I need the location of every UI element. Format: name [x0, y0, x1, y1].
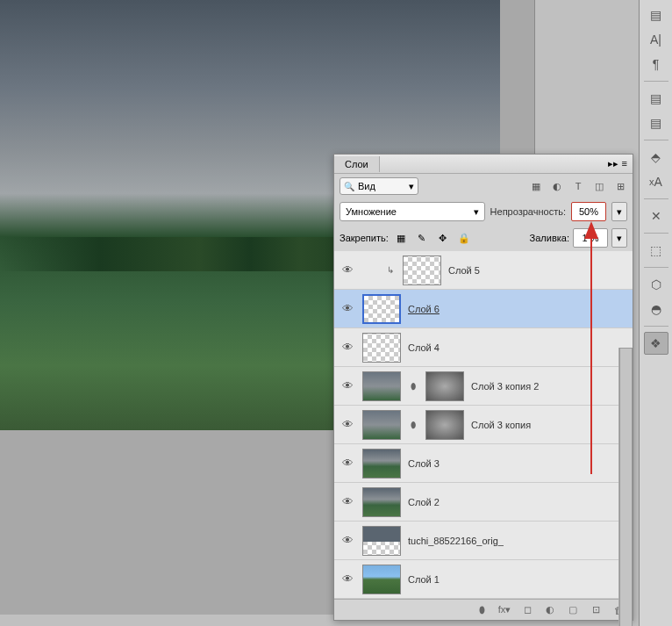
layer-row[interactable]: 👁Слой 4 — [334, 328, 633, 367]
layer-name-label[interactable]: Слой 1 — [408, 574, 440, 585]
right-toolbar: ▤ A| ¶ ▤ ▤ ⬘ xA ✕ ⬚ ⬡ ◓ ❖ — [639, 0, 672, 626]
panel-menu[interactable]: ▸▸ ≡ — [603, 158, 633, 169]
layer-row[interactable]: 👁Слой 3 — [334, 444, 633, 483]
add-mask-icon[interactable]: ◻ — [520, 603, 534, 617]
group-icon[interactable]: ▢ — [566, 603, 580, 617]
layer-thumbnail[interactable] — [362, 487, 401, 517]
filter-icons: ▦ ◐ T ◫ ⊞ — [529, 179, 627, 193]
layer-name-label[interactable]: Слой 6 — [408, 304, 440, 314]
layer-name-label[interactable]: Слой 3 копия — [471, 420, 531, 430]
tool-char-icon[interactable]: A| — [644, 28, 668, 51]
panel-tab-bar: Слои ▸▸ ≡ — [334, 155, 633, 174]
filter-type-select[interactable]: Вид — [340, 177, 418, 195]
visibility-toggle[interactable]: 👁 — [340, 301, 355, 317]
clip-indicator-icon: ↳ — [385, 265, 396, 275]
layers-panel: Слои ▸▸ ≡ Вид ▦ ◐ T ◫ ⊞ Умножение Непроз… — [333, 154, 633, 621]
tool-history-icon[interactable]: ▤ — [644, 4, 668, 26]
layers-scrollbar[interactable] — [618, 348, 633, 626]
lock-label: Закрепить: — [340, 233, 389, 243]
tool-nav-icon[interactable]: ⬚ — [644, 239, 668, 262]
layer-thumbnail[interactable] — [403, 255, 441, 285]
collapse-icon[interactable]: ▸▸ — [608, 158, 618, 169]
layer-row[interactable]: 👁⬮Слой 3 копия 2 — [334, 367, 633, 406]
layer-row[interactable]: 👁↳Слой 5 — [334, 251, 633, 290]
lock-transparency-icon[interactable]: ▦ — [394, 231, 408, 245]
opacity-input[interactable]: 50% — [571, 202, 606, 221]
tab-layers[interactable]: Слои — [334, 156, 380, 172]
visibility-toggle[interactable]: 👁 — [340, 263, 355, 278]
layer-name-label[interactable]: Слой 2 — [408, 497, 440, 507]
opacity-value: 50% — [579, 206, 598, 217]
tool-sphere-icon[interactable]: ◓ — [644, 298, 668, 320]
filter-shape-icon[interactable]: ◫ — [592, 179, 606, 193]
link-layers-icon[interactable]: ⬮ — [475, 603, 489, 617]
filter-smart-icon[interactable]: ⊞ — [613, 179, 627, 193]
mask-link-icon[interactable]: ⬮ — [408, 381, 418, 392]
blend-row: Умножение Непрозрачность: 50% ▾ — [334, 198, 633, 225]
visibility-toggle[interactable]: 👁 — [340, 533, 355, 549]
layer-name-label[interactable]: Слой 3 копия 2 — [471, 381, 539, 392]
layer-name-label[interactable]: Слой 3 — [408, 458, 440, 469]
mask-thumbnail[interactable] — [425, 371, 464, 401]
fill-label: Заливка: — [530, 233, 569, 243]
tool-char2-icon[interactable]: xA — [644, 170, 668, 193]
tool-swatches-icon[interactable]: ▤ — [644, 87, 668, 110]
layers-list: 👁↳Слой 5👁Слой 6👁Слой 4👁⬮Слой 3 копия 2👁⬮… — [334, 251, 633, 599]
lock-move-icon[interactable]: ✥ — [436, 231, 450, 245]
new-layer-icon[interactable]: ⊡ — [589, 603, 603, 617]
fill-group: Заливка: 1 % ▾ — [530, 228, 627, 248]
opacity-label: Непрозрачность: — [490, 206, 566, 217]
fx-icon[interactable]: fx▾ — [497, 603, 511, 617]
layer-row[interactable]: 👁Слой 2 — [334, 483, 633, 522]
layer-row[interactable]: 👁tuchi_88522166_orig_ — [334, 522, 633, 560]
filter-adjust-icon[interactable]: ◐ — [550, 179, 564, 193]
layer-name-label[interactable]: tuchi_88522166_orig_ — [408, 536, 504, 546]
filter-type-label: Вид — [358, 181, 375, 191]
tool-para-icon[interactable]: ¶ — [644, 53, 668, 76]
layer-row[interactable]: 👁Слой 1 — [334, 560, 633, 599]
opacity-dropdown[interactable]: ▾ — [611, 202, 627, 221]
menu-icon[interactable]: ≡ — [622, 158, 627, 169]
lock-all-icon[interactable]: 🔒 — [457, 231, 471, 245]
mask-thumbnail[interactable] — [425, 410, 464, 440]
tool-adjust-icon[interactable]: ⬘ — [644, 146, 668, 169]
layer-thumbnail[interactable] — [362, 333, 401, 363]
layer-row[interactable]: 👁Слой 6 — [334, 290, 633, 328]
layer-thumbnail[interactable] — [362, 526, 401, 556]
adjustment-layer-icon[interactable]: ◐ — [543, 603, 557, 617]
layer-thumbnail[interactable] — [362, 565, 401, 594]
layer-row[interactable]: 👁⬮Слой 3 копия — [334, 406, 633, 444]
tool-styles-icon[interactable]: ▤ — [644, 112, 668, 134]
fill-dropdown[interactable]: ▾ — [611, 228, 627, 248]
fill-input[interactable]: 1 % — [573, 228, 608, 248]
layer-thumbnail[interactable] — [362, 294, 401, 324]
mask-link-icon[interactable]: ⬮ — [408, 420, 418, 430]
lock-row: Закрепить: ▦ ✎ ✥ 🔒 Заливка: 1 % ▾ — [334, 225, 633, 251]
filter-pixel-icon[interactable]: ▦ — [529, 179, 543, 193]
filter-text-icon[interactable]: T — [571, 179, 585, 193]
visibility-toggle[interactable]: 👁 — [340, 378, 355, 394]
fill-value: 1 % — [583, 233, 599, 243]
layer-name-label[interactable]: Слой 5 — [448, 265, 480, 276]
tool-3d-icon[interactable]: ⬡ — [644, 273, 668, 296]
layer-thumbnail[interactable] — [362, 410, 401, 440]
lock-icons: ▦ ✎ ✥ 🔒 — [394, 231, 471, 245]
visibility-toggle[interactable]: 👁 — [340, 456, 355, 471]
visibility-toggle[interactable]: 👁 — [340, 572, 355, 587]
layers-footer: ⬮ fx▾ ◻ ◐ ▢ ⊡ 🗑 — [334, 599, 633, 620]
lock-brush-icon[interactable]: ✎ — [415, 231, 429, 245]
tool-crossed-icon[interactable]: ✕ — [644, 205, 668, 227]
layer-thumbnail[interactable] — [362, 449, 401, 478]
layer-filter-row: Вид ▦ ◐ T ◫ ⊞ — [334, 174, 633, 198]
visibility-toggle[interactable]: 👁 — [340, 340, 355, 356]
layer-thumbnail[interactable] — [362, 371, 401, 401]
layer-name-label[interactable]: Слой 4 — [408, 342, 440, 353]
visibility-toggle[interactable]: 👁 — [340, 494, 355, 510]
tool-layers-icon[interactable]: ❖ — [644, 332, 668, 355]
visibility-toggle[interactable]: 👁 — [340, 417, 355, 433]
blend-mode-select[interactable]: Умножение — [340, 202, 485, 221]
blend-mode-value: Умножение — [346, 206, 397, 217]
scrollbar-thumb[interactable] — [619, 348, 633, 626]
